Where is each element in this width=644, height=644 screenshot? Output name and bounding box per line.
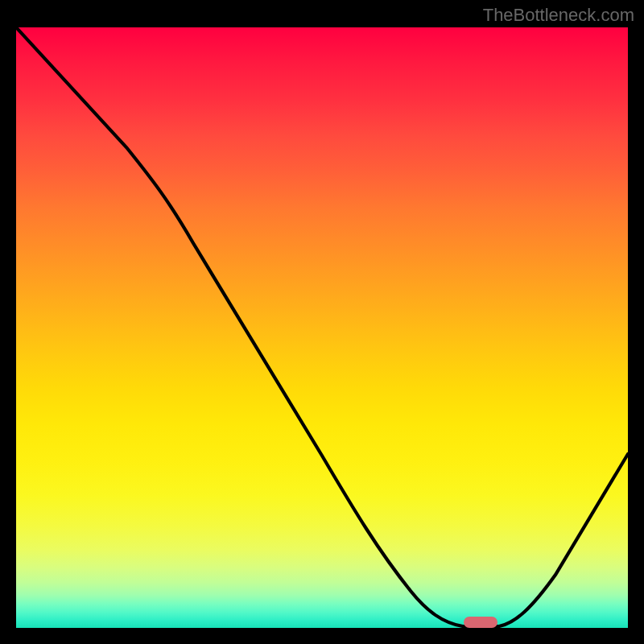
- bottleneck-curve-svg: [16, 27, 628, 628]
- watermark-text: TheBottleneck.com: [483, 5, 634, 26]
- optimal-marker: [464, 617, 497, 628]
- bottleneck-curve-path: [16, 27, 628, 626]
- chart-area: [16, 27, 628, 628]
